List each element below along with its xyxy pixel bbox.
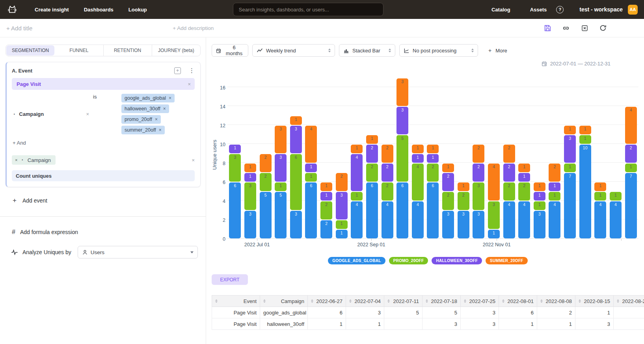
cat-logo-icon[interactable] (6, 4, 18, 15)
bar-segment-google-ads-global[interactable]: 6 (427, 182, 439, 238)
bar-segment-summer-20off[interactable]: 4 (625, 107, 637, 144)
bar-segment-promo-20off[interactable]: 1 (305, 173, 317, 182)
bar-segment-summer-20off[interactable]: 1 (427, 145, 439, 153)
bar-segment-summer-20off[interactable]: 1 (518, 164, 530, 172)
bar-segment-promo-20off[interactable]: 1 (549, 192, 560, 201)
save-icon[interactable] (543, 24, 551, 32)
bar-segment-summer-20off[interactable]: 2 (503, 145, 515, 163)
bar-segment-google-ads-global[interactable]: 4 (412, 201, 424, 238)
export-button[interactable]: EXPORT (212, 274, 248, 285)
bar-segment-halloween-30off[interactable]: 2 (366, 145, 378, 163)
column-header-2022-06-27[interactable]: 2022-06-27 (308, 296, 346, 307)
bar-segment-promo-20off[interactable]: 1 (351, 192, 363, 201)
sort-icon[interactable] (464, 299, 466, 303)
bar-segment-summer-20off[interactable]: 1 (579, 126, 591, 134)
bar-segment-promo-20off[interactable]: 1 (579, 135, 591, 144)
bar-segment-summer-20off[interactable]: 1 (320, 182, 332, 191)
sort-icon[interactable] (579, 299, 581, 303)
bar-segment-halloween-30off[interactable]: 1 (305, 164, 317, 172)
column-header-inner[interactable]: 2022-07-04 (346, 298, 384, 304)
bar-segment-google-ads-global[interactable]: 1 (336, 230, 348, 238)
bar-segment-halloween-30off[interactable]: 3 (275, 154, 287, 182)
bar-segment-summer-20off[interactable]: 1 (594, 182, 606, 191)
column-header-inner[interactable]: Event (212, 298, 260, 304)
bar-segment-google-ads-global[interactable]: 4 (503, 201, 515, 238)
sort-icon[interactable] (617, 299, 619, 303)
column-header-inner[interactable]: 2022-06-27 (308, 298, 346, 304)
bar-segment-halloween-30off[interactable]: 3 (336, 192, 348, 219)
bar-segment-promo-20off[interactable]: 3 (488, 201, 500, 229)
bar-segment-promo-20off[interactable]: 2 (382, 182, 393, 201)
bar-segment-promo-20off[interactable]: 4 (412, 164, 424, 201)
bar-segment-google-ads-global[interactable]: 4 (594, 201, 606, 238)
avatar[interactable]: AA (628, 5, 638, 15)
trend-select[interactable]: Weekly trend (252, 44, 335, 57)
bar-segment-google-ads-global[interactable]: 3 (442, 211, 454, 238)
bar-segment-promo-20off[interactable]: 1 (534, 201, 545, 210)
bar-segment-google-ads-global[interactable]: 4 (351, 201, 363, 238)
breakdown-chip[interactable]: Campaign (12, 155, 56, 165)
bar-segment-google-ads-global[interactable]: 3 (473, 211, 484, 238)
bar-segment-google-ads-global[interactable]: 7 (564, 173, 576, 238)
bar-segment-google-ads-global[interactable]: 4 (610, 201, 622, 238)
tab-segmentation[interactable]: SEGMENTATION (6, 45, 54, 56)
bar-segment-summer-20off[interactable]: 1 (290, 116, 302, 125)
column-header-2022-08-01[interactable]: 2022-08-01 (499, 296, 537, 307)
help-icon[interactable] (556, 6, 564, 13)
column-header-2022-07-18[interactable]: 2022-07-18 (423, 296, 461, 307)
filter-value-chip[interactable]: halloween_30off (121, 104, 169, 113)
bar-segment-google-ads-global[interactable]: 3 (458, 211, 469, 238)
bar-segment-halloween-30off[interactable]: 1 (320, 192, 332, 201)
bar-segment-summer-20off[interactable]: 2 (382, 145, 393, 163)
bar-segment-google-ads-global[interactable]: 6 (396, 182, 408, 238)
copy-link-icon[interactable] (562, 24, 570, 32)
bar-segment-summer-20off[interactable]: 2 (549, 164, 560, 182)
bar-segment-google-ads-global[interactable]: 3 (534, 211, 545, 238)
bar-segment-promo-20off[interactable]: 2 (427, 164, 439, 182)
legend-pill-halloween-30off[interactable]: HALLOWEEN_30OFF (432, 257, 482, 264)
add-formula-button[interactable]: Add formula expression (12, 229, 201, 236)
bar-segment-halloween-30off[interactable]: 1 (549, 182, 560, 191)
more-button[interactable]: More (488, 47, 507, 54)
sort-icon[interactable] (387, 299, 390, 303)
bar-segment-promo-20off[interactable]: 1 (564, 164, 576, 172)
column-header-event[interactable]: Event (212, 296, 260, 307)
nav-item-assets[interactable]: Assets (530, 7, 547, 13)
post-processing-select[interactable]: No post processing (399, 44, 478, 57)
bar-segment-summer-20off[interactable]: 2 (260, 154, 272, 172)
bar-segment-summer-20off[interactable]: 3 (275, 126, 287, 153)
tab-funnel[interactable]: FUNNEL (55, 45, 103, 56)
bar-segment-google-ads-global[interactable]: 3 (290, 211, 302, 238)
column-header-2022-08-22[interactable]: 2022-08-22 (614, 296, 644, 307)
legend-pill-promo-20off[interactable]: PROMO_20OFF (389, 257, 428, 264)
add-filter-icon[interactable] (174, 67, 181, 74)
sort-icon[interactable] (540, 299, 543, 303)
bar-segment-summer-20off[interactable]: 1 (366, 135, 378, 144)
remove-value-icon[interactable] (169, 96, 171, 100)
column-header-inner[interactable]: 2022-07-11 (384, 298, 422, 304)
bar-segment-google-ads-global[interactable]: 2 (320, 220, 332, 238)
nav-item-create-insight[interactable]: Create insight (35, 7, 69, 13)
bar-segment-promo-20off[interactable]: 2 (503, 182, 515, 201)
refresh-icon[interactable] (599, 24, 607, 32)
bar-segment-promo-20off[interactable]: 2 (366, 164, 378, 182)
filter-value-chip[interactable]: summer_20off (121, 126, 165, 134)
sort-icon[interactable] (502, 299, 504, 303)
remove-breakdown-icon[interactable] (15, 158, 17, 162)
column-header-inner[interactable]: 2022-08-22 (614, 298, 644, 304)
bar-segment-google-ads-global[interactable]: 4 (549, 201, 560, 238)
bar-segment-google-ads-global[interactable]: 4 (518, 201, 530, 238)
remove-value-icon[interactable] (163, 106, 166, 111)
bar-segment-summer-20off[interactable]: 1 (351, 145, 363, 153)
bar-segment-summer-20off[interactable]: 2 (473, 145, 484, 163)
column-header-inner[interactable]: 2022-08-08 (537, 298, 575, 304)
bar-segment-summer-20off[interactable]: 1 (534, 182, 545, 191)
bar-segment-promo-20off[interactable]: 5 (396, 135, 408, 182)
column-header-inner[interactable]: Campaign (260, 298, 307, 304)
bar-segment-google-ads-global[interactable]: 6 (366, 182, 378, 238)
bar-segment-halloween-30off[interactable]: 2 (503, 164, 515, 182)
nav-item-lookup[interactable]: Lookup (128, 7, 147, 13)
bar-segment-google-ads-global[interactable]: 7 (625, 173, 637, 238)
bar-segment-halloween-30off[interactable]: 3 (564, 135, 576, 163)
bar-segment-promo-20off[interactable]: 1 (336, 220, 348, 229)
